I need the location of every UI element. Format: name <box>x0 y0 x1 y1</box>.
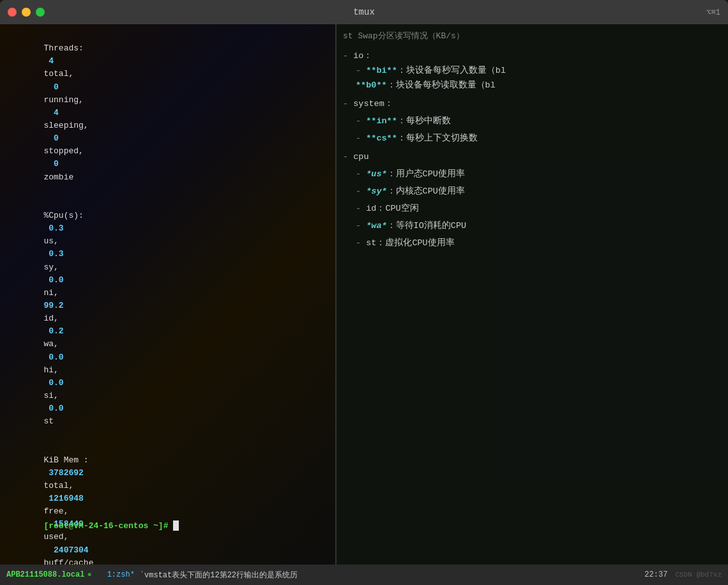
doc-cpu-section: - cpu <box>343 150 722 165</box>
titlebar: tmux ⌥⌘1 <box>0 0 728 24</box>
left-terminal-panel: Threads: 4 total, 0 running, 4 sleeping,… <box>0 24 335 565</box>
doc-system-cs: - **cs**：每秒上下文切换数 <box>343 132 722 146</box>
close-button[interactable] <box>8 8 17 17</box>
minimize-button[interactable] <box>22 8 31 17</box>
status-hostname: APB21115088.local <box>6 570 84 579</box>
window-controls <box>8 8 45 17</box>
threads-line: Threads: 4 total, 0 running, 4 sleeping,… <box>4 29 331 197</box>
doc-italic-wa: *wa* <box>366 221 386 231</box>
terminal-output: Threads: 4 total, 0 running, 4 sleeping,… <box>0 24 335 565</box>
maximize-button[interactable] <box>36 8 45 17</box>
threads-running: 0 <box>43 82 63 92</box>
doc-system-in: - **in**：每秒中断数 <box>343 114 722 129</box>
main-area: Threads: 4 total, 0 running, 4 sleeping,… <box>0 24 728 565</box>
statusbar: APB21115088.local ● 1:zsh* `vmstat表头下面的1… <box>0 565 728 585</box>
mem-line: KiB Mem : 3782692 total, 1216948 free, 1… <box>4 441 331 565</box>
doc-italic-us: *us* <box>366 169 386 179</box>
doc-bold-bi: **bi** <box>366 66 397 75</box>
status-time: 22:37 <box>644 570 667 579</box>
doc-io-section: - io： <box>343 49 722 64</box>
cpu-line: %Cpu(s): 0.3 us, 0.3 sy, 0.0 ni, 99.2 id… <box>4 197 331 441</box>
prompt-line: [root@VM-24-16-centos ~]# <box>4 511 179 540</box>
doc-io-bi: - **bi**：块设备每秒写入数量（bl <box>343 64 722 79</box>
status-right-area: 22:37 CSDN @bd7xz <box>644 570 722 579</box>
doc-cpu-wa: - *wa*：等待IO消耗的CPU <box>343 219 722 234</box>
doc-bold-cs: **cs** <box>366 133 397 143</box>
right-doc-panel: st Swap分区读写情况（KB/s） - io： - **bi**：块设备每秒… <box>337 24 728 565</box>
status-vmstat-text: `vmstat表头下面的12第22行输出的是系统历 <box>140 570 298 581</box>
doc-italic-sy: *sy* <box>366 186 386 196</box>
doc-context-top: st Swap分区读写情况（KB/s） <box>343 29 722 43</box>
threads-label: Threads: <box>43 43 88 53</box>
keyboard-shortcut: ⌥⌘1 <box>706 8 720 17</box>
documentation-content: st Swap分区读写情况（KB/s） - io： - **bi**：块设备每秒… <box>343 29 722 251</box>
doc-bold-b0: **b0** <box>356 80 387 90</box>
command-prompt-area: [root@VM-24-16-centos ~]# <box>0 507 183 544</box>
doc-bold-in: **in** <box>366 116 397 126</box>
status-watermark: CSDN @bd7xz <box>675 571 722 579</box>
doc-cpu-id: - id：CPU空闲 <box>343 202 722 217</box>
threads-stopped: 0 <box>43 133 63 143</box>
threads-total: 4 <box>43 56 58 66</box>
doc-cpu-us: - *us*：用户态CPU使用率 <box>343 167 722 182</box>
threads-sleeping: 4 <box>43 108 63 118</box>
blank-line <box>343 44 722 49</box>
prompt-text: [root@VM-24-16-centos ~]# <box>43 521 173 531</box>
doc-system-section: - system： <box>343 97 722 112</box>
doc-cpu-sy: - *sy*：内核态CPU使用率 <box>343 185 722 199</box>
status-session: 1:zsh* <box>107 570 135 579</box>
doc-io-b0: **b0**：块设备每秒读取数量（bl <box>343 79 722 93</box>
threads-zombie: 0 <box>43 159 63 169</box>
doc-cpu-st: - st：虚拟化CPU使用率 <box>343 236 722 251</box>
cursor <box>173 520 179 531</box>
window-title: tmux <box>353 7 375 17</box>
status-dot: ● <box>87 570 91 579</box>
